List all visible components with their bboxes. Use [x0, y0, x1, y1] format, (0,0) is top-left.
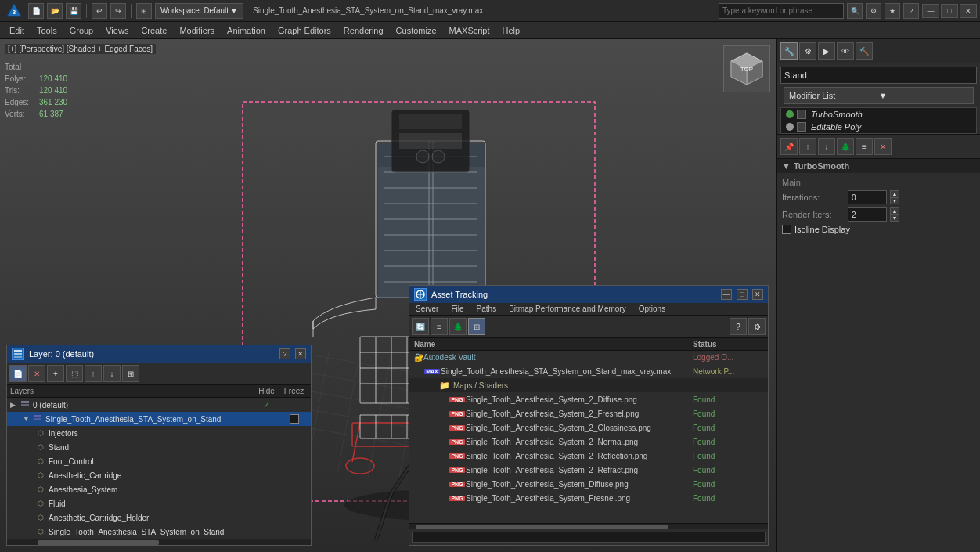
asset-item-maps[interactable]: 📁 Maps / Shaders: [409, 378, 768, 392]
layer-item-fluid[interactable]: ⬡ Fluid: [7, 496, 311, 511]
layer-delete-btn[interactable]: ✕: [28, 365, 45, 382]
layer-item-injectors[interactable]: ⬡ Injectors: [7, 426, 311, 440]
asset-item-png2[interactable]: PNG Single_Tooth_Anesthesia_System_2_Fre…: [409, 406, 768, 420]
layer-add-btn[interactable]: +: [47, 365, 64, 382]
menu-maxscript[interactable]: MAXScript: [443, 22, 496, 39]
tools-btn1[interactable]: ⚙: [866, 3, 881, 19]
show-tree-btn[interactable]: 🌲: [837, 138, 854, 155]
menu-views[interactable]: Views: [99, 22, 135, 39]
modifier-list-dropdown[interactable]: Modifier List ▼: [784, 87, 974, 104]
layer-down-btn[interactable]: ↓: [103, 365, 121, 382]
menu-animation[interactable]: Animation: [221, 22, 272, 39]
search-button[interactable]: 🔍: [847, 3, 863, 19]
layer-question-btn[interactable]: ?: [279, 348, 290, 359]
layer-checkbox-sta[interactable]: [290, 414, 299, 424]
asset-minimize-btn[interactable]: —: [721, 289, 732, 300]
workspace-dropdown[interactable]: Workspace: Default ▼: [155, 3, 243, 19]
help-button[interactable]: ?: [903, 3, 919, 19]
menu-edit[interactable]: Edit: [3, 22, 31, 39]
layer-item-default[interactable]: ▶ 0 (default) ✓: [7, 398, 311, 412]
layer-scrollbar[interactable]: [7, 539, 311, 545]
asset-item-png8[interactable]: PNG Single_Tooth_Anesthesia_System_Fresn…: [409, 491, 768, 505]
modifier-checkbox-2[interactable]: [797, 122, 806, 132]
layer-scroll-thumb[interactable]: [38, 540, 159, 545]
minimize-button[interactable]: —: [922, 4, 939, 18]
menu-modifiers[interactable]: Modifiers: [173, 22, 221, 39]
asset-item-png4[interactable]: PNG Single_Tooth_Anesthesia_System_2_Nor…: [409, 435, 768, 449]
move-up-btn[interactable]: ↑: [799, 138, 816, 155]
asset-item-png1[interactable]: PNG Single_Tooth_Anesthesia_System_2_Dif…: [409, 392, 768, 406]
modify-icon[interactable]: 🔧: [780, 42, 798, 60]
layer-item-stand[interactable]: ⬡ Stand: [7, 440, 311, 454]
layer-expand-btn[interactable]: ⊞: [122, 365, 139, 382]
asset-item-vault[interactable]: 🔐 Autodesk Vault Logged O...: [409, 351, 768, 364]
menu-tools[interactable]: Tools: [31, 22, 63, 39]
asset-menu-options[interactable]: Options: [632, 303, 672, 315]
save-button[interactable]: 💾: [66, 3, 81, 19]
asset-btn-list[interactable]: ≡: [431, 318, 448, 335]
asset-item-png5[interactable]: PNG Single_Tooth_Anesthesia_System_2_Ref…: [409, 449, 768, 463]
render-iters-input[interactable]: 2: [848, 207, 887, 222]
menu-rendering[interactable]: Rendering: [337, 22, 390, 39]
object-name-input[interactable]: [780, 67, 977, 84]
layer-up-btn[interactable]: ↑: [85, 365, 102, 382]
layer-item-sta[interactable]: ▼ Single_Tooth_Anesthesia_STA_System_on_…: [7, 412, 311, 426]
show-all-btn[interactable]: ≡: [856, 138, 873, 155]
display-icon[interactable]: 👁: [837, 42, 854, 60]
hierarchy-icon[interactable]: ⚙: [799, 42, 816, 60]
utilities-icon[interactable]: 🔨: [856, 42, 873, 60]
asset-btn-tree[interactable]: 🌲: [449, 318, 467, 335]
menu-graph-editors[interactable]: Graph Editors: [272, 22, 337, 39]
maximize-button[interactable]: □: [941, 4, 958, 18]
asset-btn-refresh[interactable]: 🔄: [412, 318, 429, 335]
menu-help[interactable]: Help: [496, 22, 527, 39]
menu-create[interactable]: Create: [135, 22, 173, 39]
layer-item-anesthesia[interactable]: ⬡ Anesthesia_System: [7, 482, 311, 496]
nav-cube[interactable]: TOP: [723, 45, 770, 92]
redo-button[interactable]: ↪: [110, 3, 126, 19]
asset-menu-paths[interactable]: Paths: [470, 303, 503, 315]
asset-btn-help[interactable]: ?: [730, 318, 747, 335]
render-iters-up[interactable]: ▲: [890, 207, 899, 215]
asset-btn-settings[interactable]: ⚙: [748, 318, 766, 335]
new-button[interactable]: 📄: [28, 3, 44, 19]
layer-select-btn[interactable]: ⬚: [66, 365, 83, 382]
modifier-turbosooth[interactable]: TurboSmooth: [781, 108, 976, 121]
iterations-down[interactable]: ▼: [890, 197, 899, 204]
del-btn[interactable]: ✕: [874, 138, 892, 155]
iterations-up[interactable]: ▲: [890, 190, 899, 197]
undo-button[interactable]: ↩: [92, 3, 107, 19]
search-input[interactable]: [719, 3, 844, 19]
modifier-checkbox[interactable]: [797, 110, 806, 119]
asset-scroll-thumb[interactable]: [416, 525, 668, 529]
layer-item-foot[interactable]: ⬡ Foot_Control: [7, 454, 311, 468]
layer-item-cartridge[interactable]: ⬡ Anesthetic_Cartridge: [7, 468, 311, 482]
asset-item-png7[interactable]: PNG Single_Tooth_Anesthesia_System_Diffu…: [409, 477, 768, 491]
asset-menu-file[interactable]: File: [445, 303, 470, 315]
asset-item-max[interactable]: MAX Single_Tooth_Anesthesia_STA_System_o…: [409, 364, 768, 378]
asset-menu-bitmap[interactable]: Bitmap Performance and Memory: [503, 303, 632, 315]
move-down-btn[interactable]: ↓: [818, 138, 835, 155]
layer-new-btn[interactable]: 📄: [9, 365, 27, 382]
iterations-input[interactable]: 0: [848, 190, 887, 204]
menu-group[interactable]: Group: [63, 22, 100, 39]
render-iters-down[interactable]: ▼: [890, 215, 899, 222]
asset-scrollbar[interactable]: [409, 523, 768, 529]
asset-maximize-btn[interactable]: □: [737, 289, 748, 300]
asset-menu-server[interactable]: Server: [409, 303, 445, 315]
layer-close-btn[interactable]: ✕: [295, 348, 306, 359]
asset-close-btn[interactable]: ✕: [752, 289, 763, 300]
isoline-checkbox[interactable]: [782, 225, 791, 234]
asset-item-png6[interactable]: PNG Single_Tooth_Anesthesia_System_2_Ref…: [409, 463, 768, 477]
layer-item-holder[interactable]: ⬡ Anesthetic_Cartridge_Holder: [7, 511, 311, 525]
open-button[interactable]: 📂: [47, 3, 63, 19]
tb3[interactable]: ⊞: [136, 3, 152, 19]
menu-customize[interactable]: Customize: [390, 22, 443, 39]
modifier-editable-poly[interactable]: Editable Poly: [781, 121, 976, 133]
tools-btn2[interactable]: ★: [885, 3, 900, 19]
close-button[interactable]: ✕: [960, 4, 977, 18]
asset-item-png3[interactable]: PNG Single_Tooth_Anesthesia_System_2_Glo…: [409, 420, 768, 435]
motion-icon[interactable]: ▶: [818, 42, 835, 60]
layer-item-sta2[interactable]: ⬡ Single_Tooth_Anesthesia_STA_System_on_…: [7, 525, 311, 539]
pin-btn[interactable]: 📌: [780, 138, 798, 155]
